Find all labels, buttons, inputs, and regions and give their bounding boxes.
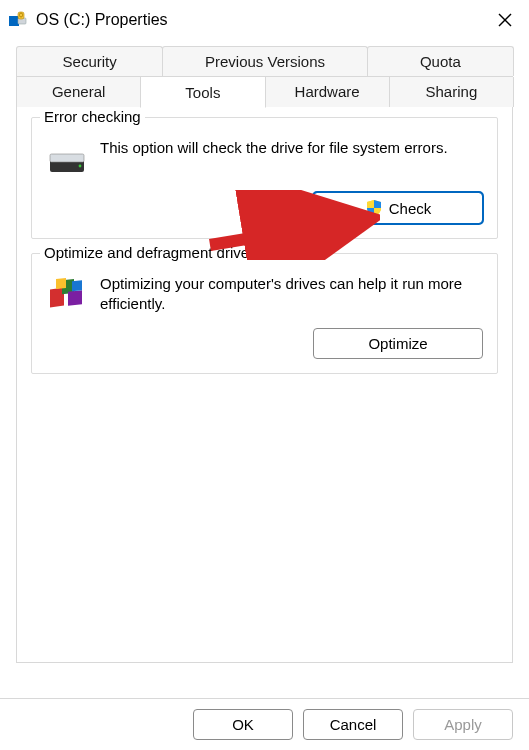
tabs-row-1: Security Previous Versions Quota	[16, 46, 513, 77]
ok-button[interactable]: OK	[193, 709, 293, 740]
tab-hardware[interactable]: Hardware	[265, 77, 390, 107]
shield-icon	[365, 199, 383, 217]
drive-icon	[46, 138, 88, 180]
tab-general[interactable]: General	[16, 77, 141, 107]
tab-previous-versions[interactable]: Previous Versions	[162, 46, 367, 76]
svg-rect-3	[9, 21, 14, 26]
cancel-button-label: Cancel	[330, 716, 377, 733]
cancel-button[interactable]: Cancel	[303, 709, 403, 740]
optimize-button[interactable]: Optimize	[313, 328, 483, 359]
error-checking-group: Error checking This option will check th…	[31, 117, 498, 239]
titlebar: OS (C:) Properties	[0, 0, 529, 40]
svg-rect-11	[50, 154, 84, 162]
optimize-group: Optimize and defragment drive Optimizing…	[31, 253, 498, 374]
svg-rect-15	[68, 290, 82, 305]
close-button[interactable]	[491, 6, 519, 34]
tab-security[interactable]: Security	[16, 46, 163, 76]
apply-button: Apply	[413, 709, 513, 740]
svg-rect-1	[9, 16, 14, 21]
optimize-description: Optimizing your computer's drives can he…	[100, 274, 483, 316]
svg-point-12	[79, 165, 82, 168]
tab-tools[interactable]: Tools	[140, 78, 265, 108]
dialog-footer: OK Cancel Apply	[0, 698, 529, 750]
tab-quota[interactable]: Quota	[367, 46, 514, 76]
ok-button-label: OK	[232, 716, 254, 733]
svg-rect-16	[56, 278, 66, 289]
tab-body: Error checking This option will check th…	[16, 107, 513, 663]
apply-button-label: Apply	[444, 716, 482, 733]
check-button[interactable]: Check	[313, 192, 483, 224]
defrag-icon	[46, 274, 88, 316]
svg-rect-13	[50, 287, 64, 307]
error-checking-legend: Error checking	[40, 108, 145, 125]
check-button-label: Check	[389, 200, 432, 217]
optimize-legend: Optimize and defragment drive	[40, 244, 253, 261]
tab-sharing[interactable]: Sharing	[389, 77, 514, 107]
optimize-button-label: Optimize	[368, 335, 427, 352]
error-checking-description: This option will check the drive for fil…	[100, 138, 448, 180]
close-icon	[497, 12, 513, 28]
svg-rect-17	[72, 280, 82, 291]
drive-properties-icon	[8, 10, 28, 30]
window-title: OS (C:) Properties	[36, 11, 491, 29]
tabs-row-2: General Tools Hardware Sharing	[16, 77, 513, 107]
